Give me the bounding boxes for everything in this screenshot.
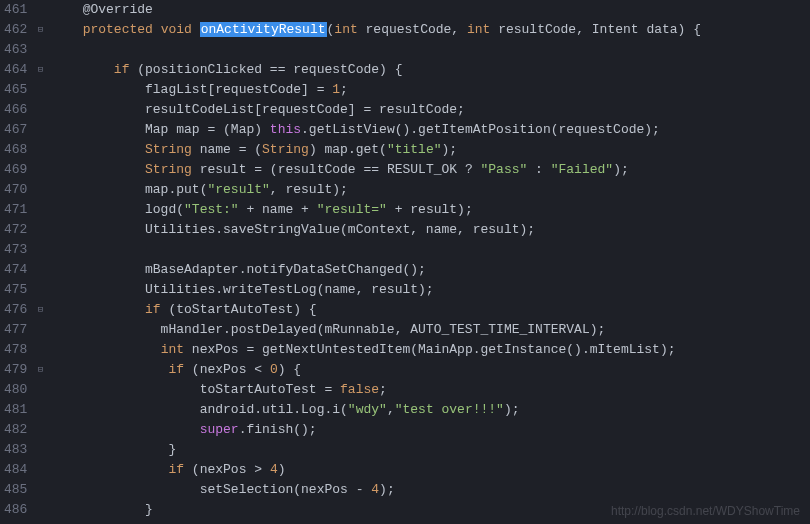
fold-marker <box>33 500 47 520</box>
fold-marker <box>33 100 47 120</box>
code-line[interactable]: if (positionClicked == requestCode) { <box>51 60 810 80</box>
fold-marker[interactable]: ⊟ <box>33 20 47 40</box>
code-line[interactable]: Utilities.writeTestLog(name, result); <box>51 280 810 300</box>
fold-marker <box>33 340 47 360</box>
code-line[interactable]: String result = (resultCode == RESULT_OK… <box>51 160 810 180</box>
line-number: 483 <box>4 440 27 460</box>
fold-marker <box>33 80 47 100</box>
line-number: 464 <box>4 60 27 80</box>
code-line[interactable]: mBaseAdapter.notifyDataSetChanged(); <box>51 260 810 280</box>
fold-marker <box>33 400 47 420</box>
line-number: 486 <box>4 500 27 520</box>
code-line[interactable]: Map map = (Map) this.getListView().getIt… <box>51 120 810 140</box>
code-line[interactable]: } <box>51 500 810 520</box>
fold-marker <box>33 320 47 340</box>
code-line[interactable]: } <box>51 440 810 460</box>
line-number: 466 <box>4 100 27 120</box>
fold-marker[interactable]: ⊟ <box>33 60 47 80</box>
line-number: 468 <box>4 140 27 160</box>
line-number: 474 <box>4 260 27 280</box>
line-number: 480 <box>4 380 27 400</box>
code-line[interactable]: android.util.Log.i("wdy","test over!!!")… <box>51 400 810 420</box>
fold-marker <box>33 220 47 240</box>
line-number: 462 <box>4 20 27 40</box>
fold-marker <box>33 260 47 280</box>
fold-marker <box>33 160 47 180</box>
fold-marker[interactable]: ⊟ <box>33 300 47 320</box>
fold-marker <box>33 380 47 400</box>
code-area[interactable]: @Override protected void onActivityResul… <box>47 0 810 524</box>
fold-column[interactable]: ⊟⊟⊟⊟ <box>33 0 47 524</box>
line-number: 482 <box>4 420 27 440</box>
code-line[interactable]: int nexPos = getNextUntestedItem(MainApp… <box>51 340 810 360</box>
line-number: 478 <box>4 340 27 360</box>
fold-marker <box>33 40 47 60</box>
code-line[interactable]: setSelection(nexPos - 4); <box>51 480 810 500</box>
code-line[interactable]: @Override <box>51 0 810 20</box>
line-number-gutter: 4614624634644654664674684694704714724734… <box>0 0 33 524</box>
code-line[interactable]: String name = (String) map.get("title"); <box>51 140 810 160</box>
code-line[interactable] <box>51 240 810 260</box>
code-line[interactable]: mHandler.postDelayed(mRunnable, AUTO_TES… <box>51 320 810 340</box>
code-line[interactable]: flagList[requestCode] = 1; <box>51 80 810 100</box>
fold-marker <box>33 120 47 140</box>
line-number: 467 <box>4 120 27 140</box>
line-number: 479 <box>4 360 27 380</box>
line-number: 469 <box>4 160 27 180</box>
line-number: 470 <box>4 180 27 200</box>
code-line[interactable]: toStartAutoTest = false; <box>51 380 810 400</box>
code-line[interactable]: resultCodeList[requestCode] = resultCode… <box>51 100 810 120</box>
line-number: 473 <box>4 240 27 260</box>
line-number: 463 <box>4 40 27 60</box>
code-line[interactable]: if (nexPos > 4) <box>51 460 810 480</box>
line-number: 475 <box>4 280 27 300</box>
code-line[interactable]: super.finish(); <box>51 420 810 440</box>
line-number: 485 <box>4 480 27 500</box>
fold-marker[interactable]: ⊟ <box>33 360 47 380</box>
line-number: 471 <box>4 200 27 220</box>
code-editor[interactable]: 4614624634644654664674684694704714724734… <box>0 0 810 524</box>
fold-marker <box>33 480 47 500</box>
fold-marker <box>33 140 47 160</box>
line-number: 477 <box>4 320 27 340</box>
fold-marker <box>33 240 47 260</box>
code-line[interactable]: protected void onActivityResult(int requ… <box>51 20 810 40</box>
line-number: 484 <box>4 460 27 480</box>
line-number: 481 <box>4 400 27 420</box>
code-line[interactable] <box>51 40 810 60</box>
fold-marker <box>33 440 47 460</box>
fold-marker <box>33 180 47 200</box>
fold-marker <box>33 0 47 20</box>
fold-marker <box>33 200 47 220</box>
code-line[interactable]: if (toStartAutoTest) { <box>51 300 810 320</box>
line-number: 465 <box>4 80 27 100</box>
code-line[interactable]: if (nexPos < 0) { <box>51 360 810 380</box>
code-line[interactable]: map.put("result", result); <box>51 180 810 200</box>
line-number: 472 <box>4 220 27 240</box>
line-number: 476 <box>4 300 27 320</box>
line-number: 461 <box>4 0 27 20</box>
code-line[interactable]: Utilities.saveStringValue(mContext, name… <box>51 220 810 240</box>
code-line[interactable]: logd("Test:" + name + "result=" + result… <box>51 200 810 220</box>
fold-marker <box>33 280 47 300</box>
fold-marker <box>33 420 47 440</box>
fold-marker <box>33 460 47 480</box>
